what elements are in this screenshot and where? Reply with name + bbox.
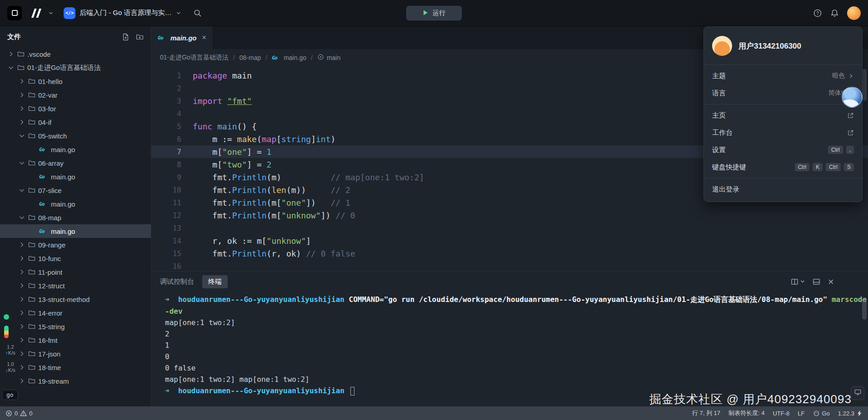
split-panel-icon: [791, 278, 798, 286]
line-number: 10: [151, 186, 181, 194]
tree-folder-04-if[interactable]: 04-if: [0, 115, 151, 129]
split-terminal-button[interactable]: [791, 278, 805, 286]
go-file-icon: Go: [39, 147, 48, 153]
status-bar: 0 0 行 7, 列 17制表符长度: 4UTF-8LFGo1.22.3: [0, 406, 868, 420]
menu-item-主题[interactable]: 主题暗色: [704, 67, 862, 84]
menu-item-语言[interactable]: 语言简体中文: [704, 84, 862, 102]
tree-file-main.go[interactable]: Gomain.go: [0, 143, 151, 156]
tree-folder-03-for[interactable]: 03-for: [0, 102, 151, 115]
user-avatar[interactable]: [847, 6, 861, 20]
terminal[interactable]: ➜ houduanrumen---Go-yuyanyuanliyushijian…: [151, 292, 868, 406]
new-folder-icon[interactable]: [136, 33, 144, 41]
panel-tab-终端[interactable]: 终端: [202, 275, 228, 288]
tree-folder-08-map[interactable]: 08-map: [0, 211, 151, 224]
editor-tab-main-go[interactable]: Go main.go ×: [151, 26, 213, 49]
remote-display-button[interactable]: [851, 386, 864, 400]
editor-scrollbar[interactable]: [862, 69, 867, 101]
breadcrumb-item[interactable]: main: [317, 54, 340, 62]
code-line[interactable]: 16: [151, 260, 868, 271]
folder-icon: [17, 64, 25, 71]
breadcrumb-item[interactable]: 01-走进Go语言基础语法: [160, 54, 229, 62]
status-cursor-position[interactable]: 行 7, 列 17: [692, 409, 720, 417]
folder-icon: [28, 309, 35, 316]
terminal-line: 2: [165, 328, 868, 340]
code-line[interactable]: 12 fmt.Println(m["unknow"]) // 0: [151, 209, 868, 222]
new-file-icon[interactable]: [122, 33, 130, 41]
tree-folder-02-var[interactable]: 02-var: [0, 88, 151, 102]
tree-file-main.go[interactable]: Gomain.go: [0, 197, 151, 211]
folder-icon: [28, 159, 35, 167]
close-icon[interactable]: ×: [202, 34, 206, 42]
close-panel-icon[interactable]: [828, 278, 834, 285]
project-switcher[interactable]: </> 后端入门 - Go 语言原理与实…: [64, 7, 181, 19]
tree-folder-06-array[interactable]: 06-array: [0, 156, 151, 170]
code-line[interactable]: 15 fmt.Println(r, ok) // 0 false: [151, 247, 868, 260]
terminal-line: map[one:1 two:2]: [165, 317, 868, 328]
menu-item-主页[interactable]: 主页: [704, 107, 862, 124]
chevron-down-icon: [176, 10, 181, 16]
tree-file-main.go[interactable]: Gomain.go: [0, 224, 151, 238]
status-encoding[interactable]: UTF-8: [773, 410, 789, 417]
chevron-down-icon: [800, 279, 805, 284]
tree-folder-05-switch[interactable]: 05-switch: [0, 129, 151, 143]
line-number: 4: [151, 109, 181, 118]
problems-indicator[interactable]: 0 0: [5, 410, 32, 417]
breadcrumb-label: 01-走进Go语言基础语法: [160, 54, 229, 62]
menu-item-键盘快捷键[interactable]: 键盘快捷键CtrlKCtrlS: [704, 158, 862, 176]
code-line[interactable]: 13: [151, 222, 868, 234]
upload-speed-value: 1.2: [0, 344, 21, 350]
floating-avatar[interactable]: [842, 87, 863, 108]
tree-folder-01-走进Go语言基础语法[interactable]: 01-走进Go语言基础语法: [0, 61, 151, 74]
tree-folder-09-range[interactable]: 09-range: [0, 238, 151, 252]
status-language-mode[interactable]: Go: [813, 410, 830, 417]
maximize-panel-icon[interactable]: [813, 278, 820, 286]
code-line[interactable]: 14 r, ok := m["unknow"]: [151, 234, 868, 247]
tree-folder-07-slice[interactable]: 07-slice: [0, 183, 151, 197]
panel-tab-调试控制台[interactable]: 调试控制台: [160, 277, 194, 286]
menu-item-工作台[interactable]: 工作台: [704, 124, 862, 141]
status-version[interactable]: 1.22.3: [838, 410, 863, 417]
chevron-right-icon: [18, 91, 25, 99]
tree-item-label: .vscode: [27, 50, 51, 58]
folder-icon: [28, 105, 35, 112]
tree-file-main.go[interactable]: Gomain.go: [0, 170, 151, 183]
tree-folder-10-func[interactable]: 10-func: [0, 252, 151, 265]
tree-folder-11-point[interactable]: 11-point: [0, 265, 151, 279]
tree-folder-17-json[interactable]: 17-json: [0, 347, 151, 361]
breadcrumb-item[interactable]: Gomain.go: [272, 54, 306, 61]
tree-folder-19-stream[interactable]: 19-stream: [0, 374, 151, 388]
status-eol[interactable]: LF: [798, 410, 804, 417]
marscode-logo-icon[interactable]: [28, 7, 44, 19]
line-number: 8: [151, 160, 181, 169]
tree-folder-13-struct-method[interactable]: 13-struct-method: [0, 292, 151, 306]
tree-folder-14-error[interactable]: 14-error: [0, 306, 151, 320]
tree-folder-18-time[interactable]: 18-time: [0, 361, 151, 374]
menu-item-label: 语言: [712, 89, 726, 98]
tree-folder-12-struct[interactable]: 12-struct: [0, 279, 151, 292]
menu-item-退出登录[interactable]: 退出登录: [704, 181, 862, 198]
project-icon: </>: [64, 7, 75, 19]
breadcrumb-item[interactable]: 08-map: [239, 54, 261, 61]
help-icon[interactable]: ?: [813, 9, 822, 18]
tree-folder-01-hello[interactable]: 01-hello: [0, 74, 151, 88]
tree-folder-16-fmt[interactable]: 16-fmt: [0, 333, 151, 347]
tree-folder-15-string[interactable]: 15-string: [0, 320, 151, 333]
watermark: 掘金技术社区 @ 用户409232940093: [649, 391, 852, 407]
keyboard-key: ,: [846, 146, 854, 154]
go-language-badge[interactable]: go: [2, 390, 18, 400]
external-link-icon: [847, 129, 854, 136]
menu-item-设置[interactable]: 设置Ctrl,: [704, 141, 862, 158]
keyboard-key: K: [813, 163, 823, 171]
file-tree[interactable]: .vscode01-走进Go语言基础语法01-hello02-var03-for…: [0, 47, 151, 389]
status-tab-size[interactable]: 制表符长度: 4: [728, 409, 764, 417]
run-button[interactable]: 运行: [406, 6, 462, 20]
line-number: 15: [151, 249, 181, 258]
app-logo[interactable]: [7, 6, 22, 20]
line-number: 11: [151, 198, 181, 207]
terminal-scrollbar[interactable]: [862, 298, 867, 320]
search-icon[interactable]: [193, 9, 202, 17]
tree-folder-.vscode[interactable]: .vscode: [0, 47, 151, 61]
chevron-down-icon[interactable]: [48, 10, 54, 16]
go-file-icon: Go: [272, 55, 281, 61]
bell-icon[interactable]: [830, 9, 839, 18]
